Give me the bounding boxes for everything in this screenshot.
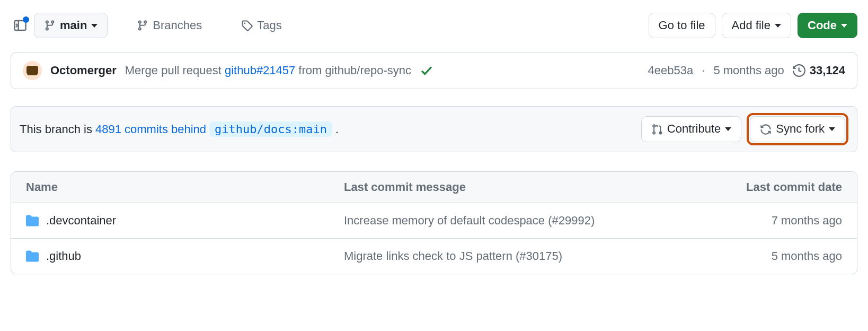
file-name: .github — [46, 249, 81, 263]
sync-icon — [760, 124, 772, 135]
chevron-down-icon — [775, 24, 781, 28]
table-row[interactable]: .devcontainer Increase memory of default… — [11, 203, 857, 238]
right-nav: Go to file Add file Code — [649, 13, 857, 38]
branch-select-button[interactable]: main — [34, 13, 108, 38]
tag-icon — [241, 20, 253, 31]
git-branch-icon — [137, 20, 148, 31]
chevron-down-icon — [725, 127, 731, 131]
code-label: Code — [808, 19, 837, 32]
sync-fork-button[interactable]: Sync fork — [750, 116, 845, 142]
commit-message[interactable]: Merge pull request github#21457 from git… — [125, 64, 411, 77]
branches-label: Branches — [153, 19, 202, 32]
file-table: Name Last commit message Last commit dat… — [11, 171, 857, 274]
contribute-button[interactable]: Contribute — [641, 116, 742, 142]
commit-msg-suffix: from github/repo-sync — [298, 64, 411, 77]
code-button[interactable]: Code — [798, 13, 857, 38]
folder-icon — [26, 214, 39, 227]
go-to-file-label: Go to file — [659, 19, 705, 32]
side-panel-button[interactable] — [11, 16, 30, 35]
commit-msg-prefix: Merge pull request — [125, 64, 222, 77]
latest-commit-box: Octomerger Merge pull request github#214… — [11, 52, 857, 89]
notification-dot-icon — [23, 16, 29, 23]
contribute-label: Contribute — [667, 122, 721, 136]
chevron-down-icon — [841, 24, 847, 28]
git-branch-icon — [44, 20, 56, 31]
sync-fork-highlight: Sync fork — [747, 113, 848, 145]
upstream-chip[interactable]: github/docs:main — [209, 121, 332, 137]
file-commit-date: 7 months ago — [715, 214, 842, 228]
branches-button[interactable]: Branches — [127, 13, 212, 38]
branch-name: main — [60, 19, 87, 32]
top-bar: main Branches Tags Go to file Add file C… — [11, 13, 857, 38]
head-msg: Last commit message — [344, 180, 715, 194]
history-icon — [793, 64, 805, 77]
file-commit-date: 5 months ago — [715, 249, 842, 263]
head-date: Last commit date — [715, 180, 842, 194]
left-nav: main Branches Tags — [11, 13, 292, 38]
sync-fork-label: Sync fork — [776, 122, 825, 136]
branch-status-box: This branch is 4891 commits behind githu… — [11, 106, 857, 152]
tags-label: Tags — [257, 19, 281, 32]
commit-sha[interactable]: 4eeb53a — [648, 64, 694, 77]
commit-time: 5 months ago — [713, 64, 784, 77]
chevron-down-icon — [91, 24, 98, 28]
file-name: .devcontainer — [46, 214, 116, 228]
file-commit-msg[interactable]: Increase memory of default codespace (#2… — [344, 214, 715, 228]
table-row[interactable]: .github Migrate links check to JS patter… — [11, 238, 857, 274]
sha-separator: · — [702, 64, 705, 77]
commits-count-button[interactable]: 33,124 — [793, 64, 845, 77]
commits-count-value: 33,124 — [810, 64, 845, 77]
git-pull-request-icon — [651, 124, 663, 135]
status-prefix: This branch is — [20, 123, 92, 136]
go-to-file-button[interactable]: Go to file — [649, 13, 715, 38]
status-period: . — [335, 123, 339, 136]
add-file-label: Add file — [732, 19, 770, 32]
tags-button[interactable]: Tags — [231, 13, 291, 38]
file-table-head: Name Last commit message Last commit dat… — [11, 172, 857, 203]
commits-behind-link[interactable]: 4891 commits behind — [95, 123, 206, 136]
add-file-button[interactable]: Add file — [722, 13, 791, 38]
chevron-down-icon — [829, 127, 835, 131]
head-name: Name — [26, 180, 344, 194]
file-commit-msg[interactable]: Migrate links check to JS pattern (#3017… — [344, 249, 715, 263]
commit-link[interactable]: github#21457 — [225, 64, 295, 77]
check-icon[interactable] — [420, 64, 433, 77]
folder-icon — [26, 250, 39, 263]
branch-status-text: This branch is 4891 commits behind githu… — [20, 121, 339, 137]
commit-author[interactable]: Octomerger — [50, 64, 117, 77]
avatar[interactable] — [23, 61, 42, 80]
